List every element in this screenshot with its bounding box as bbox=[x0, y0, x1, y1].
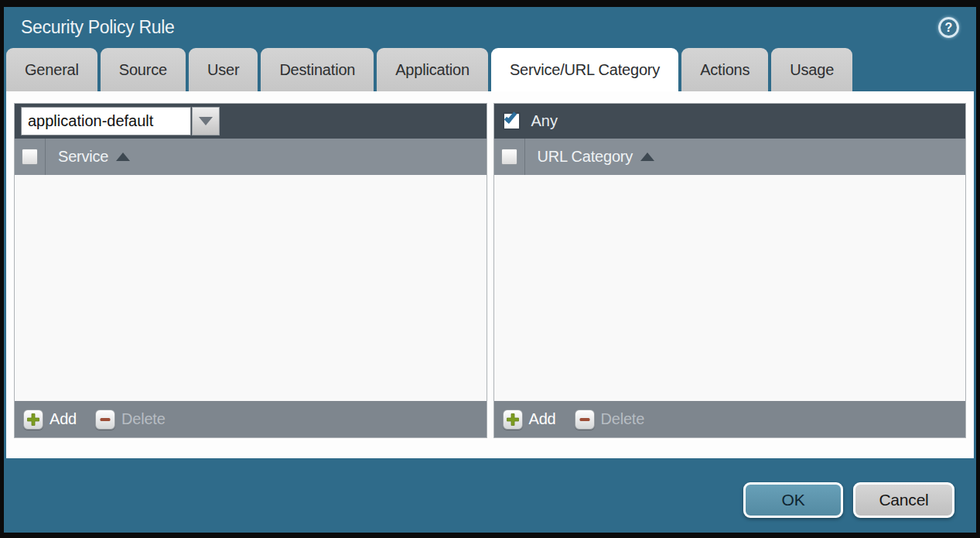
service-column-header-row: Service bbox=[15, 139, 487, 175]
help-icon[interactable]: ? bbox=[938, 17, 959, 38]
url-category-delete-button[interactable]: Delete bbox=[575, 409, 645, 430]
service-panel: Service Add bbox=[14, 103, 487, 438]
sort-ascending-icon[interactable] bbox=[116, 152, 130, 161]
tab-content: Service Add bbox=[6, 91, 974, 458]
url-category-select-all-checkbox[interactable] bbox=[501, 149, 517, 165]
checkmark-icon bbox=[504, 110, 516, 123]
add-plus-icon bbox=[503, 409, 523, 430]
security-policy-rule-dialog: Security Policy Rule ? General Source Us… bbox=[4, 7, 976, 533]
service-select-all-checkbox[interactable] bbox=[22, 149, 38, 165]
sort-ascending-icon[interactable] bbox=[640, 152, 654, 161]
delete-label: Delete bbox=[121, 410, 166, 428]
dialog-title: Security Policy Rule bbox=[21, 17, 175, 38]
add-label: Add bbox=[529, 410, 556, 428]
any-checkbox[interactable] bbox=[503, 112, 521, 130]
tab-source[interactable]: Source bbox=[101, 48, 186, 91]
url-category-panel: Any URL Category Add bbox=[493, 103, 967, 438]
delete-minus-icon bbox=[575, 409, 595, 430]
tab-usage[interactable]: Usage bbox=[771, 48, 852, 91]
url-category-add-button[interactable]: Add bbox=[503, 409, 556, 430]
tab-destination[interactable]: Destination bbox=[261, 48, 374, 91]
tab-application[interactable]: Application bbox=[377, 48, 488, 91]
chevron-down-icon bbox=[199, 117, 213, 125]
service-list[interactable] bbox=[15, 175, 487, 401]
service-type-dropdown-button[interactable] bbox=[192, 107, 220, 135]
delete-label: Delete bbox=[601, 410, 645, 428]
service-type-dropdown bbox=[21, 107, 220, 135]
add-label: Add bbox=[50, 410, 77, 428]
tab-general[interactable]: General bbox=[6, 48, 97, 91]
service-footer: Add Delete bbox=[15, 401, 487, 437]
url-category-column-header-row: URL Category bbox=[494, 139, 966, 175]
any-label: Any bbox=[531, 112, 558, 130]
dialog-action-row: OK Cancel bbox=[743, 482, 954, 518]
url-category-footer: Add Delete bbox=[494, 401, 966, 437]
tab-bar: General Source User Destination Applicat… bbox=[4, 48, 976, 91]
url-category-select-all-cell bbox=[494, 139, 525, 175]
titlebar: Security Policy Rule ? bbox=[4, 7, 976, 48]
tab-user[interactable]: User bbox=[189, 48, 258, 91]
service-delete-button[interactable]: Delete bbox=[95, 409, 166, 430]
tab-actions[interactable]: Actions bbox=[681, 48, 768, 91]
url-category-column-header[interactable]: URL Category bbox=[538, 148, 633, 166]
delete-minus-icon bbox=[95, 409, 115, 430]
url-category-list[interactable] bbox=[494, 175, 966, 401]
ok-button[interactable]: OK bbox=[743, 482, 843, 518]
service-select-all-cell bbox=[15, 139, 46, 175]
url-category-topbar: Any bbox=[494, 104, 966, 139]
add-plus-icon bbox=[23, 409, 43, 430]
service-topbar bbox=[15, 104, 487, 139]
cancel-button[interactable]: Cancel bbox=[853, 482, 954, 518]
tab-service-url-category[interactable]: Service/URL Category bbox=[491, 48, 678, 91]
service-column-header[interactable]: Service bbox=[58, 148, 108, 166]
service-add-button[interactable]: Add bbox=[23, 409, 77, 430]
service-type-input[interactable] bbox=[21, 107, 191, 135]
